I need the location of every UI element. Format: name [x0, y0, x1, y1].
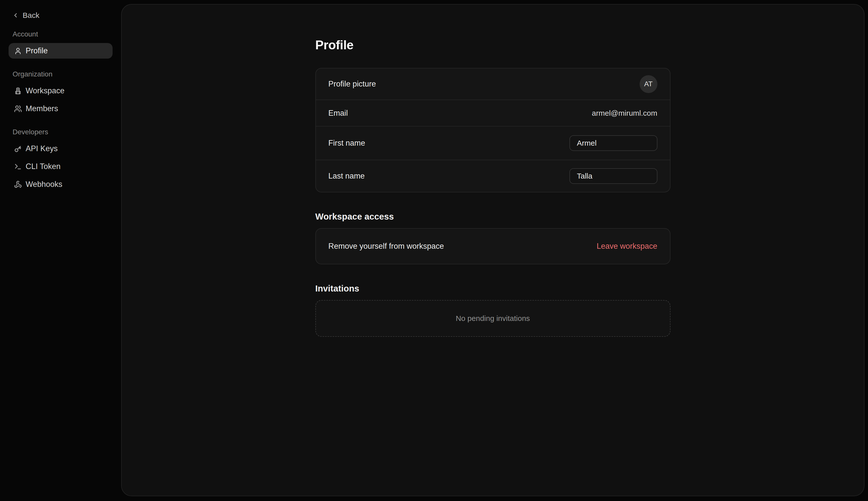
sidebar-item-label: API Keys	[26, 144, 58, 153]
profile-picture-row: Profile picture AT	[316, 68, 670, 99]
invitations-empty-text: No pending invitations	[455, 314, 530, 323]
leave-workspace-row: Remove yourself from workspace Leave wor…	[316, 228, 670, 264]
sidebar-item-label: Profile	[26, 46, 48, 55]
leave-workspace-button[interactable]: Leave workspace	[596, 242, 657, 251]
first-name-row: First name	[316, 127, 670, 160]
settings-sidebar: Back Account Profile Organization Worksp…	[0, 0, 121, 501]
profile-picture-label: Profile picture	[328, 79, 376, 88]
sidebar-item-label: Members	[26, 104, 58, 113]
workspace-access-heading: Workspace access	[315, 212, 670, 222]
profile-card: Profile picture AT Email armel@miruml.co…	[315, 68, 670, 192]
page-title: Profile	[315, 38, 670, 52]
back-label: Back	[23, 11, 40, 20]
sidebar-item-api-keys[interactable]: API Keys	[9, 141, 113, 157]
avatar[interactable]: AT	[639, 75, 657, 93]
sidebar-item-profile[interactable]: Profile	[9, 43, 113, 58]
invitations-heading: Invitations	[315, 284, 670, 294]
chevron-left-icon	[12, 12, 19, 19]
webhook-icon	[14, 181, 22, 188]
building-icon	[14, 87, 22, 95]
email-row: Email armel@miruml.com	[316, 100, 670, 126]
sidebar-item-label: Workspace	[26, 86, 65, 95]
terminal-icon	[14, 163, 22, 171]
settings-panel: Profile Profile picture AT Email armel@m…	[121, 4, 865, 496]
users-icon	[14, 105, 22, 113]
sidebar-item-cli-token[interactable]: CLI Token	[9, 159, 113, 174]
section-label-developers: Developers	[9, 128, 113, 136]
last-name-label: Last name	[328, 171, 365, 181]
section-label-account: Account	[9, 30, 113, 38]
sidebar-item-members[interactable]: Members	[9, 101, 113, 116]
section-label-organization: Organization	[9, 70, 113, 78]
key-icon	[14, 145, 22, 153]
back-button[interactable]: Back	[9, 11, 113, 20]
invitations-empty-card: No pending invitations	[315, 300, 670, 337]
workspace-access-card: Remove yourself from workspace Leave wor…	[315, 228, 670, 264]
email-label: Email	[328, 109, 348, 118]
sidebar-item-webhooks[interactable]: Webhooks	[9, 177, 113, 192]
sidebar-item-workspace[interactable]: Workspace	[9, 83, 113, 99]
first-name-label: First name	[328, 139, 365, 148]
first-name-field[interactable]	[570, 135, 657, 151]
email-value: armel@miruml.com	[592, 109, 657, 117]
sidebar-item-label: Webhooks	[26, 180, 62, 189]
leave-workspace-label: Remove yourself from workspace	[328, 242, 444, 251]
last-name-row: Last name	[316, 160, 670, 192]
user-icon	[14, 47, 22, 55]
last-name-field[interactable]	[570, 168, 657, 184]
sidebar-item-label: CLI Token	[26, 162, 61, 171]
